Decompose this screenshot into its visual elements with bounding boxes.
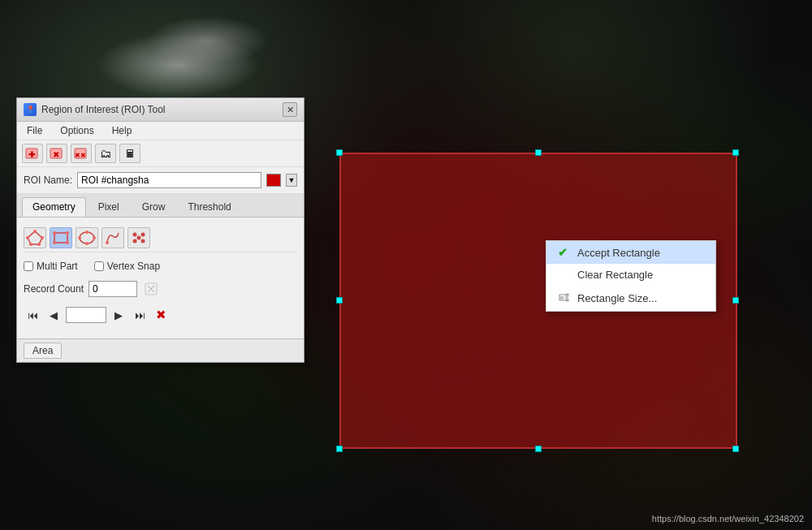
color-dropdown[interactable]: ▼	[286, 174, 297, 187]
handle-mid-right[interactable]	[732, 297, 739, 304]
svg-point-11	[26, 236, 29, 239]
multi-part-checkbox[interactable]	[24, 261, 33, 271]
menu-help[interactable]: Help	[107, 123, 137, 138]
svg-point-14	[66, 231, 69, 235]
tab-threshold[interactable]: Threshold	[177, 197, 241, 217]
svg-marker-6	[28, 231, 42, 244]
svg-point-7	[33, 230, 37, 233]
svg-point-23	[133, 233, 137, 237]
status-bar: Area	[17, 338, 304, 362]
tab-content-geometry: Multi Part Vertex Snap Record Count ⏮ ◀	[17, 218, 304, 338]
svg-point-8	[41, 236, 44, 239]
clear-rectangle-label: Clear Rectangle	[577, 269, 653, 281]
calculator-button[interactable]: 🖩	[119, 144, 140, 163]
accept-rectangle-label: Accept Rectangle	[577, 247, 660, 259]
delete-roi-button[interactable]: ✖	[46, 144, 67, 163]
svg-text:✖✖: ✖✖	[75, 152, 86, 159]
svg-point-20	[85, 242, 89, 245]
svg-point-18	[85, 231, 89, 234]
toolbar: ✚ ✖ ✖✖ 🗂 🖩	[17, 140, 304, 167]
area-tab[interactable]: Area	[24, 343, 62, 359]
accept-check-icon: ✔	[558, 246, 571, 259]
open-button[interactable]: 🗂	[95, 144, 116, 163]
add-roi-button[interactable]: ✚	[22, 144, 43, 163]
handle-bot-left[interactable]	[336, 446, 343, 452]
color-swatch[interactable]	[266, 174, 281, 187]
handle-mid-left[interactable]	[336, 297, 343, 304]
context-menu: ✔ Accept Rectangle Clear Rectangle R Rec…	[546, 240, 716, 312]
size-check-icon: R	[558, 291, 571, 306]
dialog-title-text: Region of Interest (ROI) Tool	[41, 104, 166, 115]
context-item-clear-rectangle[interactable]: Clear Rectangle	[546, 264, 715, 286]
context-item-rectangle-size[interactable]: R Rectangle Size...	[546, 286, 715, 311]
svg-point-16	[53, 241, 56, 244]
nav-page-input[interactable]	[66, 307, 106, 323]
roi-dialog: 📍 Region of Interest (ROI) Tool ✕ File O…	[16, 97, 304, 363]
svg-point-13	[53, 231, 56, 235]
tabs-bar: Geometry Pixel Grow Threshold	[17, 194, 304, 218]
vertex-snap-checkbox[interactable]	[94, 261, 104, 271]
watermark: https://blog.csdn.net/weixin_42348202	[652, 514, 804, 524]
nav-first-button[interactable]: ⏮	[24, 306, 41, 324]
menu-file[interactable]: File	[22, 123, 47, 138]
rectangle-size-label: Rectangle Size...	[577, 292, 657, 304]
draw-ellipse-btn[interactable]	[76, 227, 98, 248]
checkbox-row: Multi Part Vertex Snap	[24, 261, 297, 272]
roi-name-row: ROI Name: ▼	[17, 167, 304, 194]
draw-freehand-btn[interactable]	[102, 227, 124, 248]
draw-rectangle-btn[interactable]	[50, 227, 72, 248]
svg-point-24	[141, 233, 145, 237]
record-count-row: Record Count	[24, 280, 297, 298]
menu-bar: File Options Help	[17, 122, 304, 140]
handle-bot-right[interactable]	[732, 446, 739, 452]
vertex-snap-label[interactable]: Vertex Snap	[94, 261, 160, 272]
handle-top-mid[interactable]	[535, 149, 542, 156]
record-count-input[interactable]	[89, 281, 137, 297]
tab-grow[interactable]: Grow	[132, 197, 176, 217]
dialog-icon: 📍	[24, 103, 37, 116]
navigation-row: ⏮ ◀ ▶ ⏭ ✖	[24, 306, 297, 324]
tab-pixel[interactable]: Pixel	[88, 197, 130, 217]
nav-delete-button[interactable]: ✖	[152, 306, 170, 324]
svg-point-19	[93, 236, 96, 239]
handle-bot-mid[interactable]	[535, 446, 542, 452]
svg-point-27	[137, 236, 141, 240]
delete-all-button[interactable]: ✖✖	[71, 144, 92, 163]
svg-point-15	[66, 241, 69, 244]
multi-part-label[interactable]: Multi Part	[24, 261, 78, 272]
svg-point-26	[141, 239, 145, 243]
draw-tools-row	[24, 224, 297, 252]
nav-next-button[interactable]: ▶	[110, 306, 127, 324]
cloud-2	[146, 16, 268, 65]
context-item-accept-rectangle[interactable]: ✔ Accept Rectangle	[546, 241, 715, 264]
handle-top-right[interactable]	[732, 149, 739, 156]
close-button[interactable]: ✕	[283, 102, 297, 117]
draw-point-btn[interactable]	[127, 227, 150, 248]
menu-options[interactable]: Options	[55, 123, 98, 138]
roi-name-input[interactable]	[77, 172, 261, 188]
svg-point-10	[29, 243, 32, 246]
nav-prev-button[interactable]: ◀	[45, 306, 63, 324]
roi-name-label: ROI Name:	[24, 175, 72, 186]
svg-point-25	[133, 239, 137, 243]
record-clear-button[interactable]	[142, 280, 160, 298]
svg-point-9	[37, 243, 41, 246]
handle-top-left[interactable]	[336, 149, 343, 156]
record-count-label: Record Count	[24, 283, 84, 295]
svg-point-22	[106, 241, 109, 244]
svg-point-17	[80, 232, 94, 243]
dialog-titlebar: 📍 Region of Interest (ROI) Tool ✕	[17, 98, 304, 122]
nav-last-button[interactable]: ⏭	[131, 306, 149, 324]
tab-geometry[interactable]: Geometry	[22, 197, 86, 217]
svg-text:R: R	[560, 295, 564, 300]
svg-rect-12	[54, 233, 67, 243]
svg-text:✖: ✖	[53, 150, 59, 159]
draw-polygon-btn[interactable]	[24, 227, 46, 248]
svg-point-21	[78, 236, 81, 239]
svg-text:✚: ✚	[28, 150, 36, 159]
dialog-title-area: 📍 Region of Interest (ROI) Tool	[24, 103, 166, 116]
